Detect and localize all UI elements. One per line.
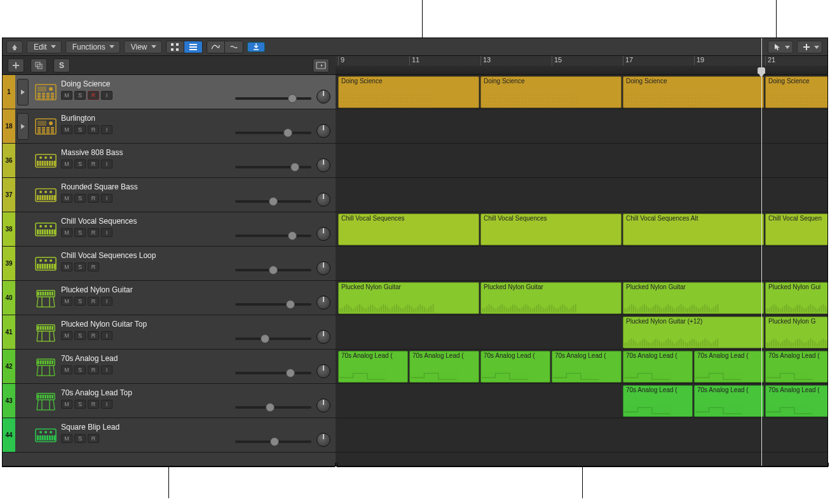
- track-s-button[interactable]: S: [74, 434, 86, 443]
- list-view-button[interactable]: [184, 41, 202, 53]
- midi-region[interactable]: Plucked Nylon Guitar: [338, 282, 479, 314]
- arrange-lane[interactable]: 70s Analog Lead (70s Analog Lead (70s An…: [336, 350, 827, 384]
- automation-curve-button[interactable]: [207, 41, 225, 53]
- midi-region[interactable]: Chill Vocal Sequen: [765, 214, 827, 245]
- disclosure-button[interactable]: [17, 113, 29, 140]
- track-m-button[interactable]: M: [61, 125, 72, 134]
- track-s-button[interactable]: S: [74, 125, 86, 134]
- track-m-button[interactable]: M: [61, 262, 72, 271]
- track-header[interactable]: 36 Massive 808 Bass MSRI: [3, 144, 336, 178]
- midi-region[interactable]: 70s Analog Lead (: [480, 351, 550, 383]
- track-header-config-button[interactable]: [313, 58, 329, 72]
- midi-region[interactable]: Plucked Nylon G: [765, 317, 827, 348]
- midi-region[interactable]: Doing Science: [765, 76, 827, 108]
- volume-slider[interactable]: [235, 93, 311, 104]
- track-i-button[interactable]: I: [101, 160, 112, 168]
- track-m-button[interactable]: M: [61, 400, 72, 409]
- track-s-button[interactable]: S: [74, 297, 86, 306]
- pan-knob[interactable]: [316, 227, 330, 241]
- track-i-button[interactable]: I: [101, 400, 112, 409]
- track-i-button[interactable]: I: [101, 297, 112, 306]
- track-m-button[interactable]: M: [61, 331, 72, 340]
- track-r-button[interactable]: R: [88, 194, 99, 203]
- arrange-lane[interactable]: Doing ScienceDoing ScienceDoing ScienceD…: [336, 75, 827, 109]
- track-header[interactable]: 41 Plucked Nylon Guitar Top MSRI: [3, 315, 336, 350]
- track-header[interactable]: 37 Rounded Square Bass MSRI: [3, 178, 336, 212]
- volume-slider[interactable]: [235, 437, 311, 447]
- pan-knob[interactable]: [316, 296, 330, 310]
- track-r-button[interactable]: R: [88, 228, 99, 237]
- arrange-lane[interactable]: Plucked Nylon GuitarPlucked Nylon Guitar…: [336, 281, 827, 315]
- track-i-button[interactable]: I: [101, 91, 112, 100]
- midi-region[interactable]: Plucked Nylon Gui: [765, 282, 827, 314]
- track-m-button[interactable]: M: [61, 91, 72, 100]
- midi-region[interactable]: 70s Analog Lead (: [409, 351, 479, 383]
- track-header[interactable]: 44 Square Blip Lead MSR: [3, 418, 336, 453]
- track-r-button[interactable]: R: [88, 365, 99, 374]
- midi-region[interactable]: Doing Science: [338, 76, 479, 108]
- add-track-button[interactable]: [8, 58, 24, 72]
- track-m-button[interactable]: M: [61, 365, 72, 374]
- arrange-lane[interactable]: Plucked Nylon Guitar (+12)Plucked Nylon …: [336, 315, 827, 350]
- track-m-button[interactable]: M: [61, 297, 72, 306]
- arrange-lane[interactable]: 70s Analog Lead (70s Analog Lead (70s An…: [336, 384, 827, 418]
- track-r-button[interactable]: R: [88, 262, 99, 271]
- track-s-button[interactable]: S: [74, 365, 86, 374]
- midi-region[interactable]: 70s Analog Lead (: [765, 351, 827, 383]
- arrange-lane[interactable]: Chill Vocal SequencesChill Vocal Sequenc…: [336, 212, 827, 247]
- volume-slider[interactable]: [235, 334, 311, 344]
- volume-slider[interactable]: [235, 368, 311, 378]
- add-tool-menu[interactable]: [797, 41, 822, 53]
- track-header[interactable]: 43 70s Analog Lead Top MSRI: [3, 384, 336, 418]
- arrange-lane[interactable]: [336, 418, 827, 453]
- volume-slider[interactable]: [235, 299, 311, 310]
- track-header[interactable]: 39 Chill Vocal Sequences Loop MSR: [3, 247, 336, 281]
- midi-region[interactable]: 70s Analog Lead (: [552, 351, 622, 383]
- track-m-button[interactable]: M: [61, 160, 72, 168]
- arrange-lane[interactable]: [336, 247, 827, 281]
- midi-region[interactable]: 70s Analog Lead (: [338, 351, 408, 383]
- track-s-button[interactable]: S: [74, 160, 86, 168]
- track-s-button[interactable]: S: [74, 91, 86, 100]
- track-s-button[interactable]: S: [74, 331, 86, 340]
- track-header[interactable]: 42 70s Analog Lead MSRI: [3, 350, 336, 384]
- duplicate-track-button[interactable]: [31, 58, 47, 72]
- midi-region[interactable]: 70s Analog Lead (: [694, 351, 764, 383]
- pan-knob[interactable]: [316, 330, 330, 344]
- track-m-button[interactable]: M: [61, 434, 72, 443]
- grid-view-button[interactable]: [167, 41, 184, 53]
- pan-knob[interactable]: [316, 433, 330, 447]
- midi-region[interactable]: Plucked Nylon Guitar (+12): [623, 317, 764, 348]
- track-header[interactable]: 18 Burlington MSRI: [3, 109, 336, 144]
- track-i-button[interactable]: I: [101, 125, 112, 134]
- pan-knob[interactable]: [316, 398, 330, 412]
- volume-slider[interactable]: [235, 196, 311, 207]
- midi-region[interactable]: Plucked Nylon Guitar: [480, 282, 622, 314]
- arrange-lane[interactable]: [336, 109, 827, 144]
- volume-slider[interactable]: [235, 265, 311, 275]
- pan-knob[interactable]: [316, 90, 330, 104]
- pointer-tool-menu[interactable]: [768, 41, 793, 53]
- pan-knob[interactable]: [316, 124, 330, 138]
- flex-button[interactable]: [225, 41, 243, 53]
- midi-region[interactable]: Doing Science: [480, 76, 622, 108]
- track-r-button[interactable]: R: [88, 91, 99, 100]
- edit-menu[interactable]: Edit: [27, 41, 62, 53]
- pan-knob[interactable]: [316, 261, 330, 275]
- track-m-button[interactable]: M: [61, 194, 72, 203]
- midi-region[interactable]: 70s Analog Lead (: [623, 351, 693, 383]
- track-r-button[interactable]: R: [88, 331, 99, 340]
- pan-knob[interactable]: [316, 193, 330, 207]
- midi-region[interactable]: Plucked Nylon Guitar: [623, 282, 764, 314]
- track-s-button[interactable]: S: [74, 228, 86, 237]
- track-r-button[interactable]: R: [88, 434, 99, 443]
- track-i-button[interactable]: I: [101, 228, 112, 237]
- track-i-button[interactable]: I: [101, 331, 112, 340]
- arrange-area[interactable]: Doing ScienceDoing ScienceDoing ScienceD…: [336, 75, 827, 466]
- midi-region[interactable]: 70s Analog Lead (: [765, 385, 827, 417]
- midi-region[interactable]: 70s Analog Lead (: [694, 385, 764, 417]
- disclosure-button[interactable]: [17, 79, 29, 106]
- track-s-button[interactable]: S: [74, 262, 86, 271]
- track-i-button[interactable]: I: [101, 194, 112, 203]
- track-r-button[interactable]: R: [88, 125, 99, 134]
